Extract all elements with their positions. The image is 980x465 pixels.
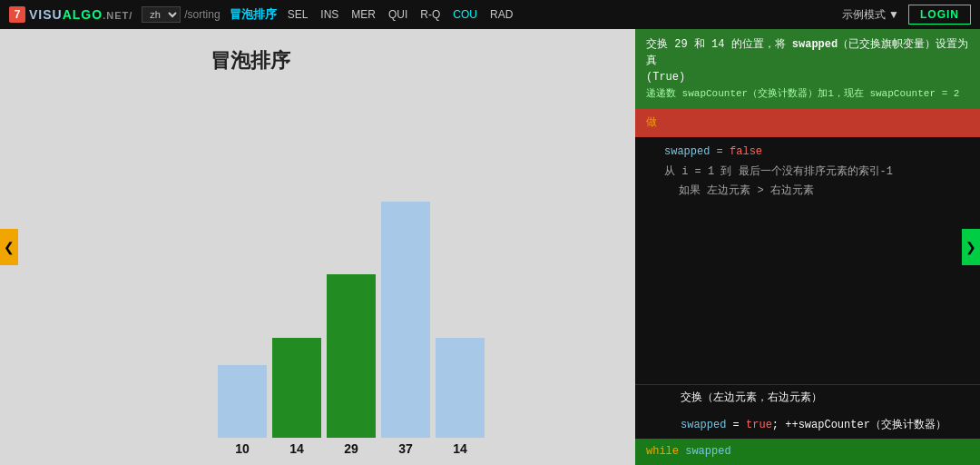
language-selector[interactable]: zh en bbox=[142, 6, 181, 23]
bar-rect-1 bbox=[218, 365, 267, 438]
nav-item-sel[interactable]: SEL bbox=[288, 6, 309, 23]
nav-title: 冒泡排序 bbox=[230, 6, 277, 23]
nav-item-mer[interactable]: MER bbox=[351, 6, 376, 23]
bar-rect-2 bbox=[272, 338, 321, 438]
bar-3: 29 bbox=[327, 274, 376, 456]
code-block-dark: swapped = false 从 i = 1 到 最后一个没有排序元素的索引-… bbox=[635, 137, 980, 384]
logo-algo: ALGO bbox=[63, 7, 103, 22]
bar-label-1: 10 bbox=[235, 441, 250, 456]
main-area: ❮ 冒泡排序 10 14 29 37 14 ❯ bbox=[0, 29, 980, 465]
nav-item-rq[interactable]: R-Q bbox=[420, 6, 440, 23]
code-for: 从 i = 1 到 最后一个没有排序元素的索引-1 bbox=[646, 163, 969, 183]
bar-rect-3 bbox=[327, 274, 376, 438]
nav-item-cou[interactable]: COU bbox=[453, 6, 477, 23]
nav-right: 示例模式 ▼ LOGIN bbox=[842, 5, 971, 25]
bar-4: 37 bbox=[381, 202, 430, 456]
nav-item-qui[interactable]: QUI bbox=[388, 6, 407, 23]
bar-5: 14 bbox=[436, 338, 485, 456]
next-button[interactable]: ❯ bbox=[962, 229, 980, 265]
code-while-text: while swapped bbox=[646, 445, 731, 458]
top-navigation: 7 VISUALGO.NET/ zh en /sorting 冒泡排序 SEL … bbox=[0, 0, 980, 29]
code-panel: 交换 29 和 14 的位置，将 swapped（已交换旗帜变量）设置为真(Tr… bbox=[635, 29, 980, 465]
visualization-area: 冒泡排序 10 14 29 37 14 bbox=[0, 29, 635, 465]
bar-label-2: 14 bbox=[289, 441, 304, 456]
bar-label-5: 14 bbox=[453, 441, 467, 456]
bar-1: 10 bbox=[218, 365, 267, 456]
bar-rect-4 bbox=[381, 202, 430, 438]
logo-text: VISUALGO.NET/ bbox=[29, 7, 132, 22]
bar-rect-5 bbox=[436, 338, 485, 438]
code-while-line: while swapped bbox=[635, 439, 980, 465]
login-button[interactable]: LOGIN bbox=[908, 5, 971, 25]
code-swap-text: 交换（左边元素，右边元素） bbox=[681, 391, 822, 404]
code-if: 如果 左边元素 > 右边元素 bbox=[646, 182, 969, 202]
mode-selector[interactable]: 示例模式 ▼ bbox=[842, 7, 899, 23]
logo-icon: 7 bbox=[9, 6, 25, 23]
nav-items: SEL INS MER QUI R-Q COU RAD bbox=[288, 6, 842, 23]
prev-icon: ❮ bbox=[4, 240, 15, 254]
nav-path: /sorting bbox=[184, 8, 220, 21]
nav-item-rad[interactable]: RAD bbox=[490, 6, 513, 23]
code-do: 做 bbox=[646, 116, 657, 129]
bar-2: 14 bbox=[272, 338, 321, 456]
code-green-highlight: 交换 29 和 14 的位置，将 swapped（已交换旗帜变量）设置为真(Tr… bbox=[635, 29, 980, 109]
logo-net: .NET/ bbox=[103, 10, 132, 21]
viz-title: 冒泡排序 bbox=[211, 47, 290, 74]
bar-label-4: 37 bbox=[398, 441, 413, 456]
code-swapped-false: swapped = false bbox=[646, 143, 969, 163]
code-swapped-true-text: swapped = true; ++swapCounter（交换计数器） bbox=[681, 419, 946, 431]
code-green-text: 交换 29 和 14 的位置，将 swapped（已交换旗帜变量）设置为真(Tr… bbox=[646, 38, 968, 100]
logo-vis: VISU bbox=[29, 7, 63, 22]
nav-item-ins[interactable]: INS bbox=[320, 6, 338, 23]
code-swapped-true-line: swapped = true; ++swapCounter（交换计数器） bbox=[635, 412, 980, 439]
code-swap-line: 交换（左边元素，右边元素） bbox=[635, 384, 980, 411]
logo: 7 VISUALGO.NET/ bbox=[9, 6, 132, 23]
prev-button[interactable]: ❮ bbox=[0, 229, 18, 265]
code-red-highlight: 做 bbox=[635, 109, 980, 137]
next-icon: ❯ bbox=[965, 240, 976, 254]
bar-label-3: 29 bbox=[344, 441, 358, 456]
